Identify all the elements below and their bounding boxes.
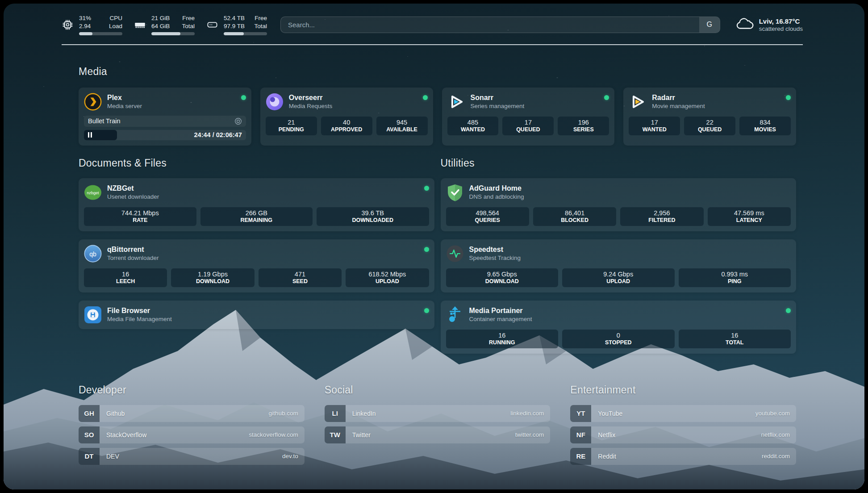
service-name: NZBGet [107, 184, 159, 192]
stat-download: 1.19 Gbps DOWNLOAD [171, 268, 254, 287]
bookmark-url: stackoverflow.com [249, 426, 304, 443]
bookmark-twitter[interactable]: TW Twitter twitter.com [325, 426, 551, 443]
top-bar: 31% CPU 2.94 Load [62, 14, 803, 35]
stat-latency: 47.569 ms LATENCY [708, 207, 791, 226]
disk-free-value: 52.4 TB [224, 14, 245, 22]
stat-rate: 744.21 Mbps RATE [84, 207, 196, 226]
overseerr-icon [266, 93, 284, 111]
stat-approved: 40 APPROVED [321, 117, 372, 135]
service-card-nzbget[interactable]: nzbget NZBGet Usenet downloader 74 [79, 178, 434, 231]
disk-progress-bar [224, 32, 267, 35]
bookmark-netflix[interactable]: NF Netflix netflix.com [570, 426, 796, 443]
status-online-dot [786, 95, 791, 100]
service-description: DNS and adblocking [469, 193, 524, 200]
stat-queued: 17 QUEUED [502, 117, 554, 135]
service-card-filebrowser[interactable]: File Browser Media File Management [79, 301, 434, 329]
dashboard-screen: 31% CPU 2.94 Load [4, 4, 864, 489]
service-card-overseerr[interactable]: Overseerr Media Requests 21 PENDING [260, 88, 433, 146]
bookmark-name: Github [100, 405, 269, 422]
service-name: Plex [107, 94, 142, 102]
bookmark-stackoverflow[interactable]: SO StackOverflow stackoverflow.com [79, 426, 305, 443]
status-online-dot [424, 247, 429, 252]
svg-text:qb: qb [89, 250, 96, 257]
bookmark-abbr: LI [325, 405, 346, 422]
service-description: Container management [469, 316, 532, 322]
bookmark-url: linkedin.com [510, 405, 550, 422]
pause-button[interactable] [84, 130, 117, 140]
radarr-icon [629, 93, 647, 111]
utilities-section-title: Utilities [441, 157, 797, 169]
section-documents: Documents & Files nzbget NZBGet [79, 157, 434, 362]
bookmark-linkedin[interactable]: LI LinkedIn linkedin.com [325, 405, 551, 422]
cpu-usage-value: 31% [79, 14, 91, 22]
service-card-portainer[interactable]: Media Portainer Container management 16 … [441, 301, 797, 354]
bookmark-github[interactable]: GH Github github.com [79, 405, 305, 422]
cpu-load-value: 2.94 [79, 22, 91, 30]
stat-downloaded: 39.6 TB DOWNLOADED [317, 207, 429, 226]
weather-location: Lviv, 16.87°C [759, 17, 803, 25]
status-online-dot [424, 186, 429, 191]
status-online-dot [241, 95, 246, 100]
stat-download: 9.65 Gbps DOWNLOAD [446, 268, 559, 287]
weather-widget: Lviv, 16.87°C scattered clouds [735, 17, 803, 33]
bookmark-name: LinkedIn [346, 405, 511, 422]
stat-seed: 471 SEED [259, 268, 342, 287]
section-media: Media Plex [79, 66, 796, 146]
service-card-radarr[interactable]: Radarr Movie management 17 WANTED 2 [623, 88, 796, 146]
cpu-icon [62, 19, 74, 31]
cpu-progress-bar [79, 32, 122, 35]
weather-condition: scattered clouds [759, 25, 803, 32]
search-input[interactable] [281, 17, 699, 33]
service-card-sonarr[interactable]: Sonarr Series management 485 WANTED [442, 88, 615, 146]
service-name: AdGuard Home [469, 184, 524, 192]
service-name: qBittorrent [107, 246, 159, 254]
service-description: Usenet downloader [107, 193, 159, 200]
now-playing-row: Bullet Train [84, 116, 246, 127]
playback-time: 24:44 / 02:06:47 [194, 131, 242, 138]
service-description: Series management [471, 103, 525, 109]
stat-available: 945 AVAILABLE [376, 117, 428, 135]
status-online-dot [424, 308, 429, 313]
cpu-widget: 31% CPU 2.94 Load [62, 14, 122, 35]
bookmark-url: dev.to [282, 448, 305, 465]
bookmark-youtube[interactable]: YT YouTube youtube.com [570, 405, 796, 422]
stat-blocked: 86,401 BLOCKED [533, 207, 616, 226]
stop-icon[interactable] [234, 117, 242, 125]
service-description: Media Requests [289, 103, 333, 109]
memory-total-label: Total [182, 22, 195, 30]
stat-wanted: 485 WANTED [447, 117, 499, 135]
search-provider-button[interactable]: G [699, 17, 720, 33]
sonarr-icon [447, 93, 465, 111]
social-group-title: Social [325, 384, 551, 396]
stat-wanted: 17 WANTED [629, 117, 680, 135]
bookmark-abbr: YT [570, 405, 591, 422]
header-divider [62, 44, 803, 45]
disk-total-value: 97.9 TB [224, 22, 245, 30]
disk-free-label: Free [254, 14, 267, 22]
plex-icon [84, 93, 102, 111]
stat-leech: 16 LEECH [84, 268, 167, 287]
now-playing-title: Bullet Train [88, 117, 121, 125]
cpu-load-label: Load [109, 22, 122, 30]
bookmark-name: Twitter [346, 426, 515, 443]
bookmark-url: youtube.com [755, 405, 796, 422]
service-card-plex[interactable]: Plex Media server Bullet Train [79, 88, 251, 146]
service-name: Overseerr [289, 94, 333, 102]
service-description: Movie management [652, 103, 705, 109]
bookmarks-developer: Developer GH Github github.com SO StackO… [79, 384, 305, 469]
service-name: Radarr [652, 94, 705, 102]
bookmark-url: twitter.com [515, 426, 551, 443]
status-online-dot [604, 95, 609, 100]
portainer-icon [446, 306, 464, 324]
bookmark-dev[interactable]: DT DEV dev.to [79, 448, 305, 465]
stat-upload: 618.52 Mbps UPLOAD [346, 268, 429, 287]
service-card-qbittorrent[interactable]: qb qBittorrent Torrent downloader [79, 239, 434, 292]
bookmark-url: github.com [269, 405, 305, 422]
stat-remaining: 266 GB REMAINING [200, 207, 313, 226]
stat-stopped: 0 STOPPED [562, 330, 675, 348]
service-card-adguard[interactable]: AdGuard Home DNS and adblocking 498,564 … [441, 178, 797, 231]
bookmark-name: Reddit [591, 448, 762, 465]
status-online-dot [786, 308, 791, 313]
service-card-speedtest[interactable]: Speedtest Speedtest Tracking 9.65 Gbps D… [441, 239, 797, 292]
bookmark-reddit[interactable]: RE Reddit reddit.com [570, 448, 796, 465]
